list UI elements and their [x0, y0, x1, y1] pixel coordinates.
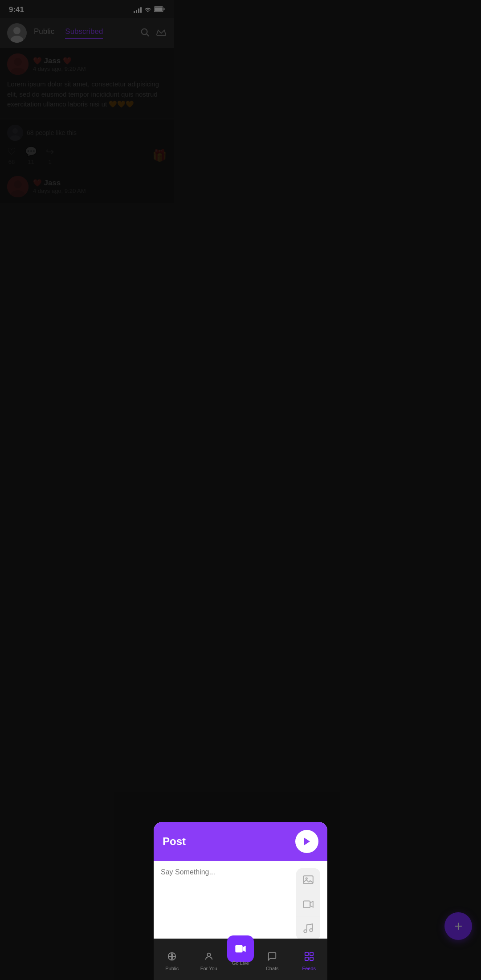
modal-overlay: Post [0, 0, 174, 353]
